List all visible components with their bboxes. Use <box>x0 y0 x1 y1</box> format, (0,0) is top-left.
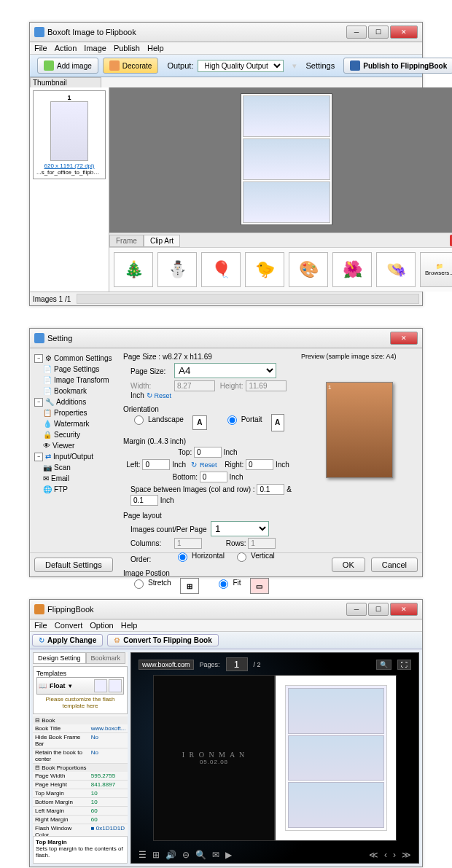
collapse-icon[interactable]: − <box>34 453 43 461</box>
maximize-button[interactable]: ☐ <box>368 26 389 39</box>
property-table[interactable]: ⊟ BookBook Titlewww.boxoft...Hide Book F… <box>33 716 128 836</box>
flipbook-viewer[interactable]: www.boxoft.com Pages: / 2 🔍 ⛶ I R O N M … <box>130 652 419 864</box>
menu-convert[interactable]: Convert <box>55 621 83 630</box>
prop-row[interactable]: Right Margin60 <box>33 816 128 824</box>
share-icon[interactable]: ✉ <box>212 850 219 860</box>
tree-page-settings[interactable]: Page Settings <box>54 364 99 375</box>
clip-item[interactable]: 🌺 <box>332 252 372 287</box>
tree-ftp[interactable]: FTP <box>54 484 68 495</box>
prop-row[interactable]: Page Width595.2755 <box>33 772 128 781</box>
collapse-icon[interactable]: − <box>34 354 43 363</box>
clip-item[interactable]: 🐤 <box>245 252 284 287</box>
defaults-button[interactable]: Default Settings <box>34 558 113 572</box>
right-page[interactable] <box>275 675 397 841</box>
tab-design[interactable]: Design Setting <box>33 652 86 664</box>
thumbs-icon[interactable]: ⊞ <box>152 850 160 860</box>
ipp-select[interactable]: 1 <box>211 521 269 536</box>
collapse-icon[interactable]: − <box>34 398 43 407</box>
top-input[interactable] <box>194 447 222 458</box>
tree-additions[interactable]: Additions <box>56 396 86 407</box>
browse-button[interactable]: 📁Browsers... <box>420 252 452 287</box>
clip-item[interactable]: ⛄ <box>157 252 197 287</box>
prev-page-icon[interactable]: ‹ <box>384 850 387 860</box>
publish-button[interactable]: Publish to FlippingBook <box>343 58 452 74</box>
fullscreen-icon[interactable]: ⛶ <box>397 660 411 670</box>
apply-change-button[interactable]: ↻Apply Change <box>32 634 103 646</box>
menu-file[interactable]: File <box>34 44 47 52</box>
settings-label[interactable]: Settings <box>305 61 335 70</box>
clip-item[interactable]: 👒 <box>376 252 416 287</box>
tree-common[interactable]: Common Settings <box>54 353 112 364</box>
prop-row[interactable]: Top Margin10 <box>33 789 128 798</box>
prop-row[interactable]: Left Margin60 <box>33 807 128 816</box>
tpl-icon[interactable] <box>109 679 122 692</box>
close-button[interactable]: ✕ <box>390 332 418 345</box>
tab-clipart[interactable]: Clip Art <box>144 235 180 247</box>
prop-row[interactable]: Hide Book Frame BarNo <box>33 733 128 748</box>
tree-security[interactable]: Security <box>54 429 80 440</box>
tab-frame[interactable]: Frame <box>109 235 144 247</box>
bottom-input[interactable] <box>200 472 227 482</box>
toc-icon[interactable]: ☰ <box>139 850 147 860</box>
colspace-input[interactable] <box>257 484 284 495</box>
first-page-icon[interactable]: ≪ <box>369 850 378 860</box>
tree-bookmark[interactable]: Bookmark <box>54 386 87 396</box>
reset-link[interactable]: Reset <box>154 392 171 399</box>
last-page-icon[interactable]: ≫ <box>402 850 411 860</box>
scrollbar[interactable] <box>77 294 419 304</box>
prop-row[interactable]: Page Height841.8897 <box>33 781 128 789</box>
close-button[interactable]: ✕ <box>390 26 418 39</box>
reset-margin[interactable]: Reset <box>200 461 217 469</box>
convert-button[interactable]: ⚙Convert To Flipping Book <box>107 634 218 646</box>
tree-io[interactable]: Input/Output <box>53 451 93 462</box>
sound-icon[interactable]: 🔊 <box>165 850 176 860</box>
tree-email[interactable]: Email <box>51 473 69 484</box>
pagesize-select[interactable]: A4 <box>174 363 276 378</box>
clip-item[interactable]: 🎈 <box>201 252 241 287</box>
menu-publish[interactable]: Publish <box>114 44 140 52</box>
zoomin-icon[interactable]: 🔍 <box>195 850 206 860</box>
minimize-button[interactable]: ─ <box>346 603 367 616</box>
prop-row[interactable]: Bottom Margin10 <box>33 798 128 807</box>
minimize-button[interactable]: ─ <box>346 26 367 39</box>
fit-radio[interactable]: Fit <box>215 577 241 589</box>
prop-row[interactable]: Book Titlewww.boxoft... <box>33 724 128 733</box>
output-select[interactable]: High Quality Output <box>198 60 284 72</box>
prop-group[interactable]: ⊟ Book Proportions <box>33 764 128 772</box>
tree-viewer[interactable]: Viewer <box>52 440 74 451</box>
page-current-input[interactable] <box>226 657 248 671</box>
close-button[interactable]: ✕ <box>390 603 418 616</box>
prop-row[interactable]: Retain the book to centerNo <box>33 748 128 764</box>
menu-action[interactable]: Action <box>55 44 77 52</box>
print-icon[interactable]: ▶ <box>225 850 232 860</box>
right-input[interactable] <box>246 459 273 470</box>
menu-image[interactable]: Image <box>84 44 106 52</box>
prop-group[interactable]: ⊟ Book <box>33 716 128 724</box>
zoom-icon[interactable]: 🔍 <box>376 660 391 670</box>
zoomout-icon[interactable]: ⊖ <box>182 850 190 860</box>
book[interactable]: I R O N M A N 05.02.08 <box>153 675 397 841</box>
cancel-button[interactable]: Cancel <box>371 558 418 572</box>
clip-item[interactable]: 🎄 <box>114 252 153 287</box>
add-image-button[interactable]: Add image <box>37 58 98 74</box>
ok-button[interactable]: OK <box>332 558 365 572</box>
prop-row[interactable]: Flash Window Color■ 0x1D1D1D <box>33 824 128 836</box>
next-page-icon[interactable]: › <box>393 850 396 860</box>
tree-image-transform[interactable]: Image Transform <box>54 375 109 386</box>
menu-help[interactable]: Help <box>121 621 138 630</box>
tpl-icon[interactable] <box>94 679 107 692</box>
tree-scan[interactable]: Scan <box>54 462 71 473</box>
stretch-radio[interactable]: Stretch <box>130 577 171 589</box>
menu-file[interactable]: File <box>34 621 47 630</box>
menu-option[interactable]: Option <box>90 621 113 630</box>
landscape-radio[interactable]: Landscape <box>130 413 184 425</box>
tree-watermark[interactable]: Watermark <box>54 418 90 429</box>
rowspace-input[interactable] <box>130 495 158 506</box>
tree-properties[interactable]: Properties <box>54 407 87 418</box>
thumbnail-item[interactable]: 1 452 x 868 (72 dpi) ...s_for_office_to… <box>33 90 106 179</box>
template-select[interactable]: 📖Float▾ <box>36 677 124 695</box>
clip-item[interactable]: 🎨 <box>289 252 328 287</box>
left-page[interactable]: I R O N M A N 05.02.08 <box>153 675 275 841</box>
maximize-button[interactable]: ☐ <box>368 603 389 616</box>
tab-bookmark[interactable]: Bookmark <box>86 652 126 664</box>
